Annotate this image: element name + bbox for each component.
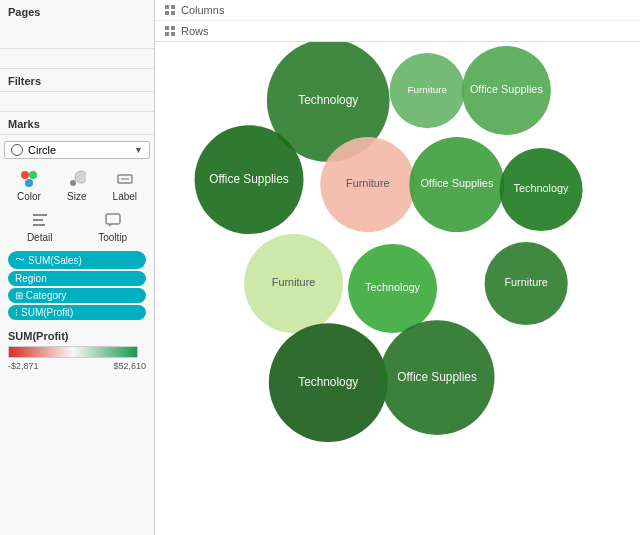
svg-point-4	[75, 171, 86, 183]
bubble-label: Technology	[298, 93, 358, 107]
svg-point-2	[25, 179, 33, 187]
chart-area: TechnologyFurnitureOffice SuppliesOffice…	[155, 42, 640, 535]
sum-profit-pill[interactable]: ⁝ SUM(Profit)	[8, 305, 146, 320]
left-panel: Pages Filters Marks Circle ▼ Color	[0, 0, 155, 535]
tooltip-button[interactable]: Tooltip	[98, 210, 127, 243]
columns-row: Columns	[155, 0, 640, 21]
circle-label: Circle	[28, 144, 56, 156]
svg-rect-8	[33, 219, 43, 221]
marks-header: Marks	[0, 112, 154, 135]
bubble-label: Office Supplies	[209, 172, 289, 186]
detail-button[interactable]: Detail	[27, 210, 53, 243]
bubble-label: Furniture	[504, 276, 548, 288]
pill-dots-icon: ⁝	[15, 307, 18, 318]
columns-grid-icon	[165, 5, 175, 15]
legend-color-bar	[8, 346, 138, 358]
bubble-label: Technology	[514, 182, 570, 194]
size-icon	[67, 169, 87, 189]
svg-rect-9	[33, 224, 45, 226]
size-button[interactable]: Size	[67, 169, 87, 202]
svg-point-3	[70, 180, 76, 186]
filters-header: Filters	[0, 69, 154, 92]
marks-label: Marks	[8, 118, 40, 130]
pills-container: 〜 SUM(Sales) Region ⊞ Category ⁝ SUM(Pro…	[0, 247, 154, 324]
color-button[interactable]: Color	[17, 169, 41, 202]
tooltip-icon	[103, 210, 123, 230]
columns-label: Columns	[181, 4, 224, 16]
color-icon	[19, 169, 39, 189]
svg-rect-10	[106, 214, 120, 224]
circle-shape-icon	[11, 144, 23, 156]
svg-marker-11	[109, 224, 112, 227]
rows-label: Rows	[181, 25, 209, 37]
bubble-label: Technology	[365, 281, 421, 293]
sum-sales-pill[interactable]: 〜 SUM(Sales)	[8, 251, 146, 269]
bubble-label: Furniture	[407, 84, 447, 95]
label-icon	[115, 169, 135, 189]
top-bar: Columns Rows	[155, 0, 640, 42]
detail-icon	[30, 210, 50, 230]
marks-type-dropdown[interactable]: Circle ▼	[4, 141, 150, 159]
bubble-label: Office Supplies	[420, 177, 494, 189]
category-pill[interactable]: ⊞ Category	[8, 288, 146, 303]
pages-header: Pages	[0, 0, 154, 49]
bubble-label: Office Supplies	[470, 83, 544, 95]
rows-row: Rows	[155, 21, 640, 41]
legend-title: SUM(Profit)	[8, 330, 146, 342]
label-button[interactable]: Label	[113, 169, 137, 202]
bubble-label: Office Supplies	[397, 370, 477, 384]
filters-label: Filters	[8, 75, 41, 87]
legend-max-label: $52,610	[113, 361, 146, 371]
marks-buttons-row2: Detail Tooltip	[0, 206, 154, 247]
dropdown-arrow-icon: ▼	[134, 145, 143, 155]
rows-grid-icon	[165, 26, 175, 36]
bubble-label: Furniture	[346, 177, 390, 189]
svg-point-0	[21, 171, 29, 179]
marks-buttons-row: Color Size Label	[0, 165, 154, 206]
svg-point-1	[29, 171, 37, 179]
right-panel: Columns Rows TechnologyFurnitureOffice S…	[155, 0, 640, 535]
legend-min-label: -$2,871	[8, 361, 39, 371]
bubble-label: Furniture	[272, 276, 316, 288]
pill-wave-icon: 〜	[15, 253, 25, 267]
legend-section: SUM(Profit) -$2,871 $52,610	[0, 324, 154, 377]
legend-labels: -$2,871 $52,610	[8, 361, 146, 371]
pages-label: Pages	[8, 6, 40, 18]
region-pill[interactable]: Region	[8, 271, 146, 286]
svg-rect-7	[33, 214, 47, 216]
bubble-label: Technology	[298, 375, 358, 389]
